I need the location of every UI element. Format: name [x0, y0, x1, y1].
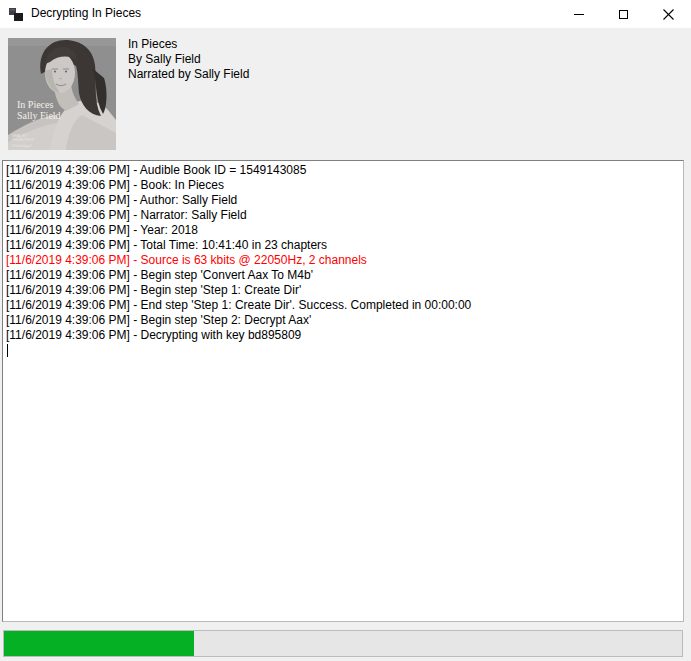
cover-title-text: In Pieces	[17, 99, 53, 110]
cover-edition-text: Unabridged	[12, 143, 32, 148]
log-line: [11/6/2019 4:39:06 PM] - End step 'Step …	[6, 298, 680, 313]
app-icon[interactable]	[8, 6, 24, 22]
log-line: [11/6/2019 4:39:06 PM] - Source is 63 kb…	[6, 253, 680, 268]
log-line: [11/6/2019 4:39:06 PM] - Author: Sally F…	[6, 193, 680, 208]
log-line: [11/6/2019 4:39:06 PM] - Narrator: Sally…	[6, 208, 680, 223]
log-line: [11/6/2019 4:39:06 PM] - Audible Book ID…	[6, 163, 680, 178]
close-icon	[663, 9, 674, 20]
book-info: In Pieces By Sally Field Narrated by Sal…	[128, 37, 249, 82]
book-narrator: Narrated by Sally Field	[128, 67, 249, 82]
minimize-icon	[574, 14, 584, 15]
minimize-button[interactable]	[556, 0, 601, 28]
book-title: In Pieces	[128, 37, 249, 52]
book-cover-image: In Pieces Sally Field READ BY THE AUTHOR…	[8, 38, 116, 150]
log-area[interactable]: [11/6/2019 4:39:06 PM] - Audible Book ID…	[2, 160, 684, 622]
progress-bar	[3, 630, 683, 657]
maximize-button[interactable]	[601, 0, 646, 28]
log-line: [11/6/2019 4:39:06 PM] - Begin step 'Ste…	[6, 283, 680, 298]
cover-readby-text-2: THE AUTHOR	[12, 138, 34, 142]
progress-fill	[4, 631, 194, 656]
book-author: By Sally Field	[128, 52, 249, 67]
log-line: [11/6/2019 4:39:06 PM] - Begin step 'Con…	[6, 268, 680, 283]
window-title: Decrypting In Pieces	[31, 0, 141, 28]
log-line: [11/6/2019 4:39:06 PM] - Begin step 'Ste…	[6, 313, 680, 328]
close-button[interactable]	[646, 0, 691, 28]
log-line: [11/6/2019 4:39:06 PM] - Total Time: 10:…	[6, 238, 680, 253]
titlebar[interactable]: Decrypting In Pieces	[0, 0, 691, 28]
log-line: [11/6/2019 4:39:06 PM] - Book: In Pieces	[6, 178, 680, 193]
app-window: Decrypting In Pieces	[0, 0, 691, 661]
log-line: [11/6/2019 4:39:06 PM] - Decrypting with…	[6, 328, 680, 343]
text-caret	[7, 344, 8, 357]
log-line: [11/6/2019 4:39:06 PM] - Year: 2018	[6, 223, 680, 238]
maximize-icon	[619, 10, 628, 19]
cover-author-text: Sally Field	[17, 110, 61, 121]
